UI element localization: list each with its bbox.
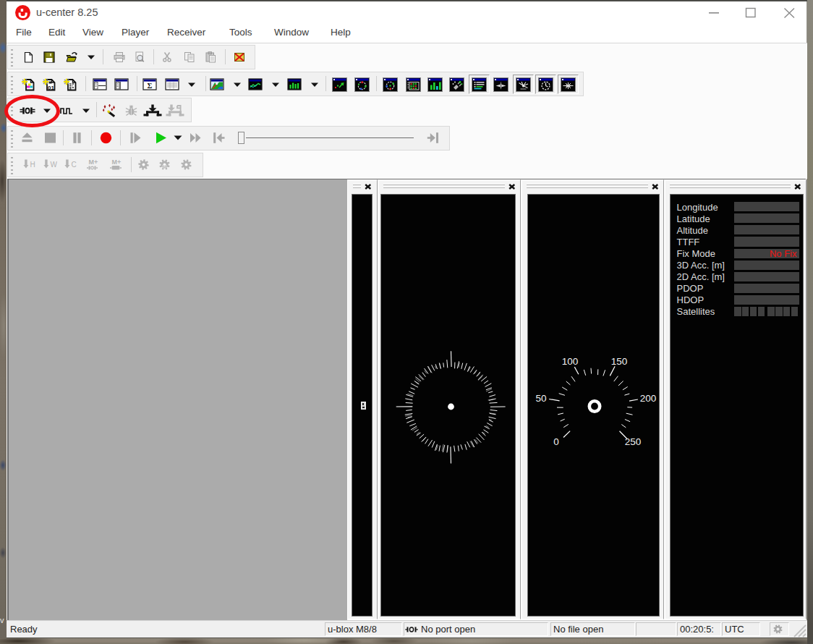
svg-text:C: C [71,161,76,169]
svg-text:0: 0 [553,436,559,447]
svg-text:200: 200 [639,393,656,404]
svg-text:Σ: Σ [148,82,153,90]
svg-text:M+: M+ [112,158,122,166]
svg-text:150: 150 [610,356,627,367]
svg-text:W: W [51,161,58,169]
svg-text:01: 01 [48,84,54,90]
svg-text:100: 100 [561,356,578,367]
svg-text:H: H [30,161,35,169]
svg-text:M+: M+ [89,158,98,166]
svg-text:250: 250 [624,436,641,447]
svg-text:50: 50 [535,393,546,404]
